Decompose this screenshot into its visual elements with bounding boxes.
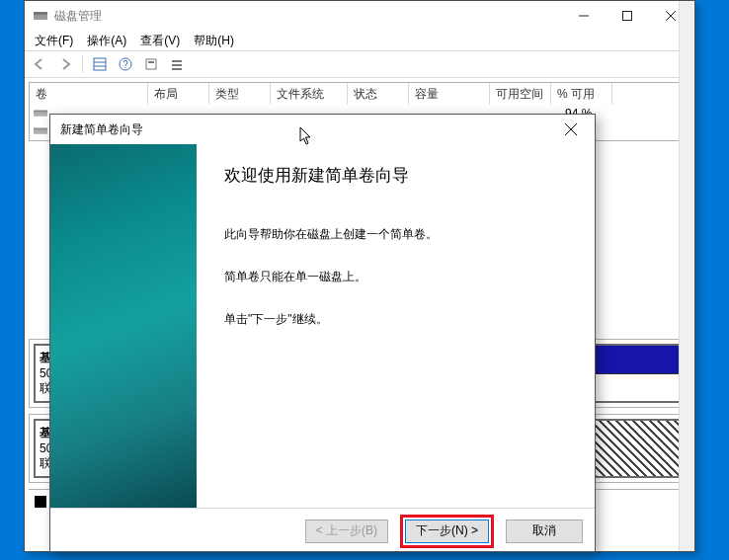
svg-text:?: ? xyxy=(122,59,128,70)
app-icon xyxy=(33,8,48,24)
window-title: 磁盘管理 xyxy=(54,8,562,25)
forward-icon[interactable] xyxy=(54,53,76,75)
svg-rect-12 xyxy=(148,61,154,63)
refresh-list-icon[interactable] xyxy=(89,53,111,75)
table-header: 卷 布局 类型 文件系统 状态 容量 可用空间 % 可用 xyxy=(30,83,689,105)
col-fs[interactable]: 文件系统 xyxy=(271,83,348,105)
svg-rect-11 xyxy=(146,59,156,69)
wizard-heading: 欢迎使用新建简单卷向导 xyxy=(224,164,575,187)
cancel-button[interactable]: 取消 xyxy=(506,520,583,543)
legend-swatch xyxy=(35,496,46,508)
next-button-highlight: 下一步(N) > xyxy=(400,515,494,548)
help2-icon[interactable]: ? xyxy=(115,53,136,75)
minimize-button[interactable] xyxy=(562,1,606,31)
col-capacity[interactable]: 容量 xyxy=(409,83,490,105)
wizard-title: 新建简单卷向导 xyxy=(60,121,553,138)
menu-help[interactable]: 帮助(H) xyxy=(190,33,238,49)
svg-rect-14 xyxy=(172,64,182,66)
menu-file[interactable]: 文件(F) xyxy=(31,33,77,49)
wizard-text: 单击"下一步"继续。 xyxy=(224,311,575,328)
col-type[interactable]: 类型 xyxy=(209,83,271,105)
svg-rect-1 xyxy=(34,12,47,15)
wizard-text: 此向导帮助你在磁盘上创建一个简单卷。 xyxy=(224,226,575,243)
new-simple-volume-wizard: 新建简单卷向导 欢迎使用新建简单卷向导 此向导帮助你在磁盘上创建一个简单卷。 简… xyxy=(49,114,596,552)
col-pct[interactable]: % 可用 xyxy=(551,83,612,105)
menu-view[interactable]: 查看(V) xyxy=(136,33,184,49)
svg-rect-6 xyxy=(94,58,106,70)
props-icon[interactable] xyxy=(140,53,162,75)
svg-rect-3 xyxy=(623,12,632,21)
svg-rect-15 xyxy=(172,68,182,70)
menu-action[interactable]: 操作(A) xyxy=(83,33,130,49)
wizard-text: 简单卷只能在单一磁盘上。 xyxy=(224,269,575,285)
wizard-close-button[interactable] xyxy=(553,115,589,144)
back-icon[interactable] xyxy=(29,53,50,75)
wizard-footer: < 上一步(B) 下一步(N) > 取消 xyxy=(50,508,595,553)
back-button: < 上一步(B) xyxy=(305,520,388,543)
toolbar: ? xyxy=(25,50,694,78)
col-layout[interactable]: 布局 xyxy=(148,83,209,105)
wizard-sidebar-image xyxy=(50,144,197,508)
col-volume[interactable]: 卷 xyxy=(30,83,148,105)
svg-rect-17 xyxy=(34,111,47,113)
svg-rect-13 xyxy=(172,60,182,62)
next-button[interactable]: 下一步(N) > xyxy=(405,520,489,543)
col-status[interactable]: 状态 xyxy=(348,83,409,105)
menubar: 文件(F) 操作(A) 查看(V) 帮助(H) xyxy=(25,31,694,50)
maximize-button[interactable] xyxy=(606,1,649,31)
svg-rect-19 xyxy=(34,128,47,130)
col-free[interactable]: 可用空间 xyxy=(490,83,551,105)
volume-icon xyxy=(34,125,47,137)
list-icon[interactable] xyxy=(166,53,188,75)
volume-icon xyxy=(34,108,47,120)
